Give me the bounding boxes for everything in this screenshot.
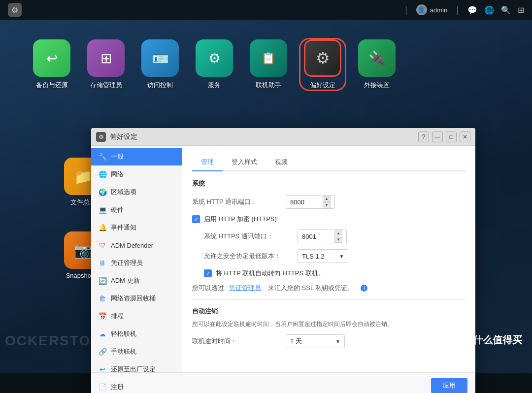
- apply-button[interactable]: 应用: [431, 378, 467, 393]
- sidebar: 🔧 一般 🌐 网络 🌍 区域选项 💻 硬件: [91, 146, 182, 372]
- topbar: ⚙ | 👤 admin | 💬 🌐 🔍 ⊞: [0, 0, 532, 20]
- sidebar-item-schedule[interactable]: 📅 排程: [91, 307, 182, 325]
- http-redirect-row: ✓ 将 HTTP 联机自动转向 HTTPS 联机。: [204, 269, 466, 278]
- network-icon: 🌐: [98, 170, 107, 179]
- notifications-icon: 🔔: [98, 223, 107, 232]
- modal-close-button[interactable]: ✕: [460, 131, 470, 142]
- factory-reset-icon: ↩: [98, 365, 107, 374]
- topbar-divider2: |: [456, 5, 459, 15]
- cert-info-row: 您可以透过 凭证管理员 来汇入您的 SSL 私钥或凭证。 i: [192, 284, 466, 293]
- sidebar-item-register[interactable]: 📄 注册: [91, 378, 182, 393]
- topbar-user: 👤 admin: [416, 4, 447, 15]
- sidebar-schedule-label: 排程: [111, 312, 124, 321]
- sidebar-factory-reset-label: 还原至出厂设定: [111, 365, 156, 374]
- sidebar-manual-connect-label: 手动联机: [111, 347, 136, 356]
- username-label: admin: [430, 6, 447, 14]
- https-port-label: 系统 HTTPS 通讯端口：: [204, 232, 293, 241]
- http-port-down[interactable]: ▼: [323, 202, 331, 208]
- auto-logout-title: 自动注销: [192, 307, 466, 316]
- search-icon[interactable]: 🔍: [501, 5, 511, 15]
- sidebar-network-recycle-label: 网络资源回收桶: [111, 294, 156, 303]
- http-port-label: 系统 HTTP 通讯端口：: [192, 197, 281, 206]
- ssl-min-value: TLS 1.2: [302, 253, 325, 260]
- sidebar-item-easy-connect[interactable]: ☁ 轻松联机: [91, 325, 182, 343]
- sidebar-adm-defender-label: ADM Defender: [111, 242, 153, 249]
- sidebar-item-adm-defender[interactable]: 🛡 ADM Defender: [91, 236, 182, 254]
- tab-manage[interactable]: 管理: [192, 154, 223, 171]
- http-port-spinner[interactable]: ▲ ▼: [323, 196, 331, 208]
- desktop: ↩ 备份与还原 ⊞ 存储管理员 🪪 访问控制 ⚙ 服务 📋 联机助: [0, 20, 532, 373]
- topbar-gear-icon[interactable]: ⚙: [8, 3, 22, 17]
- easy-connect-icon: ☁: [98, 329, 107, 338]
- modal-title-text: 偏好设定: [110, 132, 414, 141]
- sidebar-region-label: 区域选项: [111, 188, 136, 196]
- cert-link[interactable]: 凭证管理员: [229, 284, 261, 293]
- sidebar-cert-manager-label: 凭证管理员: [111, 259, 143, 267]
- auto-logout-section: 自动注销 您可以在此设定联机逾时时间，当用户闲置超过指定时间后即会自动被注销。 …: [192, 307, 466, 348]
- modal-minimize-button[interactable]: —: [432, 131, 443, 142]
- cert-info-text: 您可以透过: [192, 284, 224, 293]
- cert-info-icon: i: [361, 285, 367, 292]
- http-redirect-checkbox[interactable]: ✓: [204, 269, 212, 277]
- modal-title-icon: ⚙: [96, 132, 106, 142]
- hardware-icon: 💻: [98, 205, 107, 214]
- sidebar-item-hardware[interactable]: 💻 硬件: [91, 201, 182, 219]
- grid-icon[interactable]: ⊞: [518, 5, 524, 15]
- https-port-input[interactable]: 8001 ▲ ▼: [298, 229, 347, 243]
- topbar-left: ⚙: [8, 3, 22, 17]
- http-port-row: 系统 HTTP 通讯端口： 8000 ▲ ▼: [192, 195, 466, 209]
- sidebar-item-general[interactable]: 🔧 一般: [91, 148, 182, 165]
- https-port-spinner[interactable]: ▲ ▼: [334, 230, 342, 243]
- http-port-up[interactable]: ▲: [323, 196, 331, 202]
- https-port-row: 系统 HTTPS 通讯端口： 8001 ▲ ▼: [204, 229, 466, 243]
- ssl-min-label: 允许之安全协定最低版本：: [204, 252, 293, 261]
- globe-icon[interactable]: 🌐: [484, 5, 494, 15]
- topbar-action-icons: 💬 🌐 🔍 ⊞: [467, 5, 524, 15]
- https-port-value: 8001: [302, 233, 316, 240]
- register-icon: 📄: [98, 383, 107, 392]
- ssl-min-select[interactable]: TLS 1.2 ▼: [298, 249, 348, 263]
- cert-info-text2: 来汇入您的 SSL 私钥或凭证。: [268, 284, 354, 293]
- sidebar-general-label: 一般: [111, 152, 124, 161]
- https-enable-checkbox[interactable]: ✓: [192, 215, 200, 223]
- modal-body: 🔧 一般 🌐 网络 🌍 区域选项 💻 硬件: [91, 146, 475, 372]
- sidebar-notifications-label: 事件通知: [111, 223, 136, 232]
- https-port-down[interactable]: ▼: [334, 237, 342, 243]
- sidebar-item-notifications[interactable]: 🔔 事件通知: [91, 219, 182, 236]
- http-port-input[interactable]: 8000 ▲ ▼: [286, 195, 335, 209]
- tab-login-style[interactable]: 登入样式: [223, 154, 266, 171]
- modal-overlay: ⚙ 偏好设定 ? — □ ✕ 🔧 一般 🌐: [0, 20, 532, 373]
- region-icon: 🌍: [98, 188, 107, 196]
- auto-logout-timeout-select[interactable]: 1 天 ▼: [286, 334, 345, 348]
- ssl-min-row: 允许之安全协定最低版本： TLS 1.2 ▼: [204, 249, 466, 263]
- cert-manager-icon: 🖥: [98, 259, 107, 267]
- sidebar-item-region[interactable]: 🌍 区域选项: [91, 183, 182, 201]
- modal-help-button[interactable]: ?: [418, 131, 429, 142]
- preferences-modal: ⚙ 偏好设定 ? — □ ✕ 🔧 一般 🌐: [91, 128, 475, 393]
- sidebar-network-label: 网络: [111, 170, 124, 179]
- sidebar-item-adm-update[interactable]: 🔄 ADM 更新: [91, 272, 182, 290]
- topbar-divider: |: [405, 5, 407, 15]
- auto-logout-timeout-label: 联机逾时时间：: [192, 337, 281, 346]
- auto-logout-timeout-row: 联机逾时时间： 1 天 ▼: [192, 334, 466, 348]
- sidebar-hardware-label: 硬件: [111, 205, 124, 214]
- user-avatar-icon: 👤: [416, 4, 427, 15]
- auto-logout-desc: 您可以在此设定联机逾时时间，当用户闲置超过指定时间后即会自动被注销。: [192, 320, 466, 328]
- modal-maximize-button[interactable]: □: [446, 131, 457, 142]
- modal-titlebar: ⚙ 偏好设定 ? — □ ✕: [91, 128, 475, 146]
- https-enable-label: 启用 HTTP 加密 (HTTPS): [204, 215, 277, 224]
- sidebar-item-factory-reset[interactable]: ↩ 还原至出厂设定: [91, 360, 182, 378]
- http-port-value: 8000: [290, 198, 304, 206]
- main-content: 管理 登入样式 视频 系统 系统 HTTP 通讯端口： 8000 ▲: [182, 146, 475, 372]
- sidebar-item-cert-manager[interactable]: 🖥 凭证管理员: [91, 254, 182, 272]
- https-port-up[interactable]: ▲: [334, 230, 342, 236]
- sidebar-adm-update-label: ADM 更新: [111, 276, 140, 285]
- tab-video[interactable]: 视频: [266, 154, 297, 171]
- sidebar-item-network[interactable]: 🌐 网络: [91, 165, 182, 183]
- sidebar-item-network-recycle[interactable]: 🗑 网络资源回收桶: [91, 290, 182, 307]
- sidebar-item-manual-connect[interactable]: 🔗 手动联机: [91, 343, 182, 360]
- schedule-icon: 📅: [98, 312, 107, 321]
- section-divider: [192, 299, 466, 300]
- https-enable-row: ✓ 启用 HTTP 加密 (HTTPS): [192, 215, 466, 224]
- message-icon[interactable]: 💬: [467, 5, 477, 15]
